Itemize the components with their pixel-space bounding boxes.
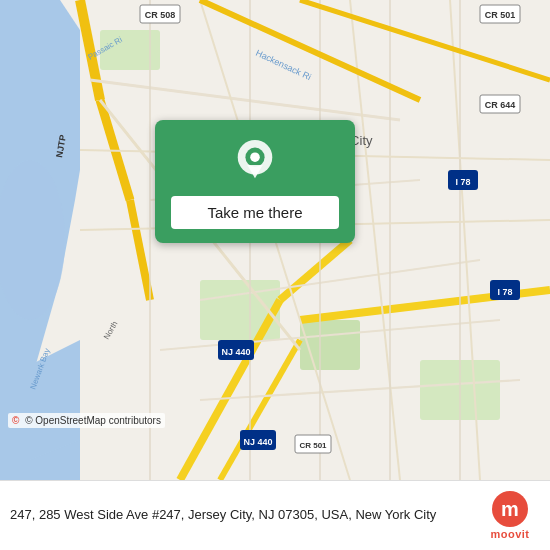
moovit-m-icon: m — [492, 491, 528, 527]
svg-point-59 — [250, 152, 260, 162]
osm-icon: © — [12, 415, 19, 426]
location-pin-icon — [235, 138, 275, 186]
svg-text:CR 508: CR 508 — [145, 10, 176, 20]
svg-text:CR 644: CR 644 — [485, 100, 516, 110]
moovit-label: moovit — [490, 528, 529, 540]
map-container: CR 508 CR 501 CR 644 I 78 I 78 NJ 440 NJ… — [0, 0, 550, 480]
svg-text:NJ 440: NJ 440 — [243, 437, 272, 447]
address-text: 247, 285 West Side Ave #247, Jersey City… — [10, 507, 480, 524]
osm-text: © OpenStreetMap contributors — [25, 415, 161, 426]
svg-text:m: m — [501, 498, 519, 520]
svg-text:I 78: I 78 — [455, 177, 470, 187]
svg-text:NJ 440: NJ 440 — [221, 347, 250, 357]
take-me-there-button[interactable]: Take me there — [171, 196, 339, 229]
osm-attribution[interactable]: © © OpenStreetMap contributors — [8, 413, 165, 428]
moovit-logo: m moovit — [480, 491, 540, 540]
svg-text:CR 501: CR 501 — [485, 10, 516, 20]
bottom-bar: 247, 285 West Side Ave #247, Jersey City… — [0, 480, 550, 550]
button-overlay: Take me there — [155, 120, 355, 243]
svg-text:I 78: I 78 — [497, 287, 512, 297]
svg-rect-8 — [300, 320, 360, 370]
svg-text:CR 501: CR 501 — [299, 441, 327, 450]
